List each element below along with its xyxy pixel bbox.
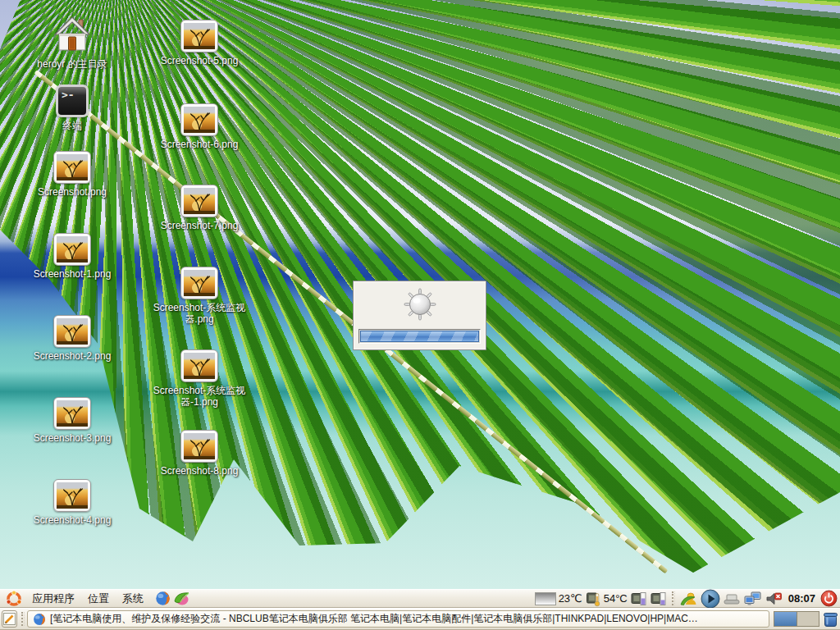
menu-places[interactable]: 位置: [81, 590, 116, 607]
desktop-icon-label: 终端: [62, 120, 82, 131]
desktop-icon[interactable]: Screenshot-4.png: [23, 479, 121, 526]
volume-muted-icon[interactable]: [765, 591, 783, 607]
desktop-icon-image: [53, 151, 91, 184]
desktop-icon-image: [53, 315, 91, 348]
desktop-icon-label: Screenshot-7.png: [161, 220, 239, 231]
desktop-icon[interactable]: Screenshot-6.png: [150, 103, 249, 150]
desktop-icon[interactable]: Screenshot-5.png: [150, 20, 249, 66]
workspace-1[interactable]: [774, 612, 797, 626]
network-applet-icon[interactable]: [743, 591, 763, 607]
desktop-icon-image: [180, 349, 218, 382]
desktop-icon[interactable]: Screenshot-系统监视器-1.png: [150, 349, 249, 408]
desktop-icon-label: Screenshot-8.png: [161, 465, 239, 477]
desktop[interactable]: heroyr 的主目录 Screenshot-5.png >- 终端: [0, 0, 840, 589]
desktop-icon-image: >-: [56, 84, 89, 117]
menu-system[interactable]: 系统: [116, 590, 150, 607]
desktop-icon[interactable]: Screenshot.png: [23, 151, 121, 198]
desktop-icon[interactable]: >- 终端: [23, 84, 121, 131]
desktop-icon-label: Screenshot-系统监视器.png: [151, 302, 248, 325]
splash-progress-bar: [358, 329, 481, 344]
mine-sun-icon: [354, 286, 486, 322]
desktop-icon-label: Screenshot-2.png: [34, 350, 112, 362]
splash-progress-fill: [360, 331, 479, 342]
desktop-icon-label: Screenshot-4.png: [34, 514, 112, 526]
trash-applet-icon[interactable]: [823, 610, 838, 628]
desktop-icon-image: [180, 20, 218, 52]
desktop-icon[interactable]: Screenshot-3.png: [23, 397, 121, 444]
desktop-icon-image: [53, 397, 91, 430]
menu-applications[interactable]: 应用程序: [25, 590, 81, 607]
sensor-chip-bar-icon-2[interactable]: [650, 591, 667, 607]
desktop-icon-image: [180, 103, 218, 136]
workspace-switcher: [774, 611, 819, 627]
system-tray: 23℃ 54°C: [535, 589, 838, 609]
screenshot-thumbnail-icon: [180, 430, 218, 463]
terminal-icon: >-: [56, 84, 89, 117]
screenshot-thumbnail-icon: [53, 479, 91, 512]
screenshot-thumbnail-icon: [180, 20, 218, 52]
desktop-icon-image: [53, 233, 91, 266]
home-folder-icon: [53, 16, 91, 52]
firefox-launcher-icon[interactable]: [155, 591, 171, 606]
desktop-icon-label: Screenshot-6.png: [161, 139, 239, 150]
desktop-icon-label: Screenshot-5.png: [161, 55, 239, 66]
desktop-icon-label: Screenshot.png: [38, 186, 107, 198]
ubuntu-logo-icon[interactable]: [6, 591, 22, 607]
cpufreq-applet-icon[interactable]: [535, 592, 556, 605]
media-player-tray-icon[interactable]: [701, 589, 720, 609]
desktop-icon-image: [180, 267, 218, 299]
loading-splash-dialog: [353, 281, 486, 350]
window-list-panel: [笔记本电脑使用、维护及保修经验交流 - NBCLUB笔记本电脑俱乐部 笔记本电…: [0, 608, 840, 630]
screenshot-thumbnail-icon: [180, 349, 218, 382]
desktop-icon-image: [53, 16, 91, 56]
gnome-panel: 应用程序 位置 系统 23℃: [0, 589, 840, 608]
power-logout-icon[interactable]: [820, 590, 838, 607]
taskbar-window-button[interactable]: [笔记本电脑使用、维护及保修经验交流 - NBCLUB笔记本电脑俱乐部 笔记本电…: [27, 610, 769, 628]
desktop-icon-label: heroyr 的主目录: [37, 58, 107, 70]
sensor-temp-cpu: 54°C: [604, 592, 628, 605]
desktop-icon[interactable]: heroyr 的主目录: [23, 16, 121, 70]
screenshot-thumbnail-icon: [53, 397, 91, 430]
screenshot-thumbnail-icon: [180, 267, 218, 299]
desktop-icon[interactable]: Screenshot-8.png: [150, 430, 249, 477]
app-launcher-icon[interactable]: [173, 591, 190, 606]
device-tray-icon[interactable]: [723, 591, 741, 606]
desktop-icon-label: Screenshot-3.png: [34, 432, 112, 444]
desktop-icon-image: [53, 479, 91, 512]
desktop-icon[interactable]: Screenshot-系统监视器.png: [150, 267, 249, 325]
screen: heroyr 的主目录 Screenshot-5.png >- 终端: [0, 0, 840, 630]
taskbar-window-title: [笔记本电脑使用、维护及保修经验交流 - NBCLUB笔记本电脑俱乐部 笔记本电…: [50, 612, 698, 626]
desktop-icon[interactable]: Screenshot-1.png: [23, 233, 121, 280]
desktop-icon[interactable]: Screenshot-2.png: [23, 315, 121, 362]
screenshot-thumbnail-icon: [180, 185, 218, 217]
desktop-icon-label: Screenshot-系统监视器-1.png: [151, 385, 248, 408]
desktop-icon[interactable]: Screenshot-7.png: [150, 185, 249, 231]
desktop-icon-label: Screenshot-1.png: [34, 268, 112, 280]
desktop-icon-image: [180, 185, 218, 217]
clock[interactable]: 08:07: [786, 592, 818, 605]
screenshot-thumbnail-icon: [180, 103, 218, 136]
taskbar-grip-handle[interactable]: [21, 612, 25, 626]
screenshot-thumbnail-icon: [53, 233, 91, 266]
show-desktop-button[interactable]: [2, 610, 17, 628]
tray-grip-handle[interactable]: [672, 591, 675, 605]
user-applet-icon[interactable]: [680, 591, 698, 607]
workspace-2[interactable]: [797, 612, 819, 626]
sensor-temp-ambient: 23℃: [559, 592, 582, 605]
screenshot-thumbnail-icon: [53, 151, 91, 184]
sensor-chip-bar-icon-1[interactable]: [630, 591, 647, 607]
firefox-window-icon: [33, 613, 46, 626]
sensor-chip-thermometer-icon[interactable]: [585, 591, 601, 607]
desktop-icon-image: [180, 430, 218, 463]
screenshot-thumbnail-icon: [53, 315, 91, 348]
